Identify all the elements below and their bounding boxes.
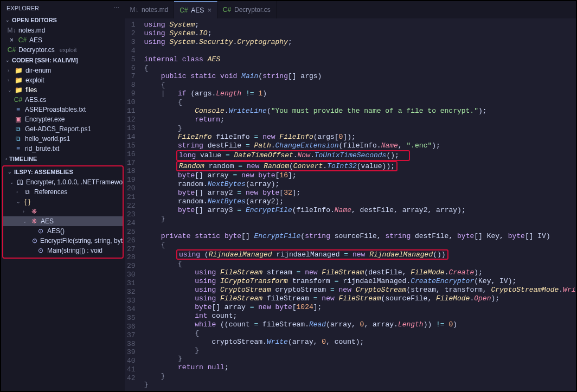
file-icon: ⧉ — [14, 135, 22, 143]
tab-notesmd[interactable]: M↓notes.md — [125, 1, 174, 18]
tab-icon: C# — [179, 7, 188, 14]
tab-aes[interactable]: C#AES× — [174, 1, 217, 18]
file-icon: ▣ — [14, 115, 22, 123]
file-icon: 📁 — [15, 76, 23, 84]
line-gutter: 1 2 3 4 5 6 7 8 9 10 11 12 13 14 15 16 1… — [125, 18, 142, 391]
tree-item[interactable]: ⧉Get-ADCS_Report.ps1 — [1, 124, 125, 134]
tree-item[interactable]: ≡rid_brute.txt — [1, 144, 125, 153]
file-icon: ≡ — [14, 145, 22, 152]
code-content[interactable]: using System; using System.IO; using Sys… — [142, 18, 576, 391]
open-editor-notes[interactable]: M↓notes.md — [1, 25, 125, 35]
ilspy-item[interactable]: ⊙EncryptFile(string, string, byt... — [3, 236, 123, 246]
markdown-icon: M↓ — [8, 27, 16, 34]
sidebar: EXPLORER ⋯ ⌄OPEN EDITORS M↓notes.md ×C#A… — [1, 1, 125, 391]
tree-item[interactable]: ≡ASREProastables.txt — [1, 105, 125, 114]
ilspy-item[interactable]: ⌄{ } — [3, 197, 123, 207]
file-icon: 📁 — [15, 86, 23, 94]
open-editor-aes[interactable]: ×C#AES — [1, 35, 125, 45]
tree-item[interactable]: C#AES.cs — [1, 95, 125, 105]
tree-item[interactable]: ⌄📁files — [1, 85, 125, 95]
node-icon: ⊙ — [36, 247, 44, 254]
ilspy-item[interactable]: ⊙AES() — [3, 226, 123, 236]
explorer-title: EXPLORER — [7, 5, 39, 11]
ilspy-highlight-box: ⌄ILSPY: ASSEMBLIES ⌄🕮Encrypter, 1.0.0.0,… — [2, 165, 124, 259]
code-editor[interactable]: 1 2 3 4 5 6 7 8 9 10 11 12 13 14 15 16 1… — [125, 18, 576, 391]
tab-icon: M↓ — [130, 6, 138, 14]
ilspy-item[interactable]: ⌄❋AES — [3, 216, 123, 226]
tab-bar: M↓notes.mdC#AES×C#Decryptor.cs — [125, 1, 576, 18]
node-icon: { } — [23, 198, 31, 205]
tree-item[interactable]: ⧉hello_world.ps1 — [1, 134, 125, 144]
csharp-icon: C# — [18, 36, 27, 44]
tree-item[interactable]: ›📁exploit — [1, 75, 125, 85]
timeline-section[interactable]: ›TIMELINE — [1, 153, 125, 164]
file-icon: 📁 — [15, 67, 23, 74]
file-icon: ≡ — [14, 106, 22, 113]
ilspy-section[interactable]: ⌄ILSPY: ASSEMBLIES — [3, 166, 123, 177]
open-editor-decryptor[interactable]: C#Decryptor.csexploit — [1, 45, 125, 55]
editor-pane: M↓notes.mdC#AES×C#Decryptor.cs 1 2 3 4 5… — [125, 1, 576, 391]
open-editors-section[interactable]: ⌄OPEN EDITORS — [1, 15, 125, 25]
tab-decryptorcs[interactable]: C#Decryptor.cs — [217, 1, 277, 18]
ilspy-item[interactable]: ⊙Main(string[]) : void — [3, 246, 123, 255]
node-icon: ⧉ — [23, 188, 31, 196]
node-icon: ❋ — [30, 217, 38, 225]
file-icon: ⧉ — [14, 125, 22, 133]
node-icon: ❋ — [30, 208, 38, 215]
tree-item[interactable]: ›📁dir-enum — [1, 66, 125, 75]
node-icon: ⊙ — [36, 227, 44, 235]
close-icon[interactable]: × — [8, 36, 16, 44]
ilspy-item[interactable]: ⌄🕮Encrypter, 1.0.0.0, .NETFramewor... — [3, 177, 123, 187]
file-icon: C# — [14, 96, 22, 104]
node-icon: 🕮 — [17, 178, 23, 186]
workspace-section[interactable]: ⌄CODER [SSH: KALIVM] — [1, 55, 125, 66]
csharp-icon: C# — [8, 46, 16, 54]
node-icon: ⊙ — [32, 237, 37, 245]
tree-item[interactable]: ▣Encrypter.exe — [1, 114, 125, 124]
ilspy-item[interactable]: ›⧉References — [3, 187, 123, 197]
tab-icon: C# — [223, 6, 231, 14]
more-icon[interactable]: ⋯ — [113, 4, 119, 11]
ilspy-item[interactable]: ›❋ — [3, 207, 123, 216]
close-icon[interactable]: × — [207, 6, 211, 14]
